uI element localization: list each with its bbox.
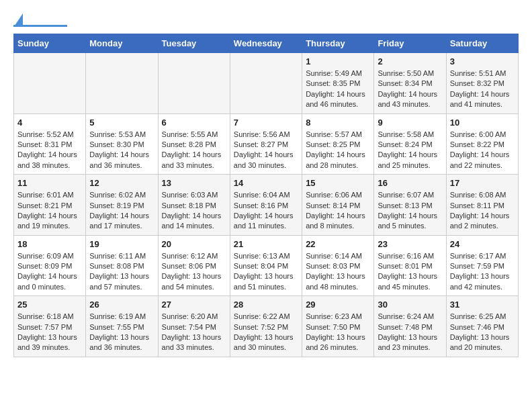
day-number: 17 [450, 178, 515, 188]
day-number: 3 [450, 56, 515, 66]
calendar-cell: 16Sunrise: 6:07 AM Sunset: 8:13 PM Dayli… [374, 175, 446, 236]
calendar-cell [86, 53, 158, 114]
cell-content: Sunrise: 6:09 AM Sunset: 8:09 PM Dayligh… [17, 251, 82, 293]
day-header-thursday: Thursday [302, 34, 374, 53]
day-number: 2 [378, 56, 442, 66]
calendar-week-row: 4Sunrise: 5:52 AM Sunset: 8:31 PM Daylig… [14, 113, 519, 175]
cell-content: Sunrise: 6:00 AM Sunset: 8:22 PM Dayligh… [450, 130, 515, 171]
cell-content: Sunrise: 5:52 AM Sunset: 8:31 PM Dayligh… [17, 130, 82, 171]
header [13, 13, 519, 27]
day-number: 29 [306, 300, 370, 310]
calendar-cell: 29Sunrise: 6:23 AM Sunset: 7:50 PM Dayli… [302, 296, 374, 357]
cell-content: Sunrise: 6:11 AM Sunset: 8:08 PM Dayligh… [89, 251, 154, 293]
day-header-friday: Friday [374, 34, 446, 53]
calendar-cell: 10Sunrise: 6:00 AM Sunset: 8:22 PM Dayli… [446, 113, 518, 175]
logo-line [13, 25, 67, 27]
day-number: 11 [17, 178, 82, 188]
calendar-cell: 24Sunrise: 6:17 AM Sunset: 7:59 PM Dayli… [446, 235, 518, 296]
cell-content: Sunrise: 6:19 AM Sunset: 7:55 PM Dayligh… [89, 312, 154, 353]
day-number: 21 [234, 239, 298, 249]
day-number: 8 [306, 118, 370, 128]
day-header-saturday: Saturday [446, 34, 518, 53]
calendar-cell [230, 53, 302, 114]
calendar-cell: 12Sunrise: 6:02 AM Sunset: 8:19 PM Dayli… [86, 175, 158, 236]
cell-content: Sunrise: 5:57 AM Sunset: 8:25 PM Dayligh… [306, 130, 370, 171]
cell-content: Sunrise: 6:16 AM Sunset: 8:01 PM Dayligh… [378, 251, 442, 293]
day-number: 16 [378, 178, 442, 188]
cell-content: Sunrise: 6:24 AM Sunset: 7:48 PM Dayligh… [378, 312, 442, 353]
calendar-cell: 13Sunrise: 6:03 AM Sunset: 8:18 PM Dayli… [158, 175, 230, 236]
cell-content: Sunrise: 6:03 AM Sunset: 8:18 PM Dayligh… [162, 190, 226, 232]
calendar-cell: 30Sunrise: 6:24 AM Sunset: 7:48 PM Dayli… [374, 296, 446, 357]
day-number: 25 [17, 300, 82, 310]
day-number: 19 [89, 239, 154, 249]
calendar-cell [158, 53, 230, 114]
calendar-cell: 19Sunrise: 6:11 AM Sunset: 8:08 PM Dayli… [86, 235, 158, 296]
day-number: 23 [378, 239, 442, 249]
day-number: 1 [306, 56, 370, 66]
calendar-cell [14, 53, 86, 114]
calendar-cell: 23Sunrise: 6:16 AM Sunset: 8:01 PM Dayli… [374, 235, 446, 296]
day-header-sunday: Sunday [14, 34, 86, 53]
calendar-cell: 1Sunrise: 5:49 AM Sunset: 8:35 PM Daylig… [302, 53, 374, 114]
cell-content: Sunrise: 6:06 AM Sunset: 8:14 PM Dayligh… [306, 190, 370, 232]
cell-content: Sunrise: 5:49 AM Sunset: 8:35 PM Dayligh… [306, 68, 370, 110]
day-number: 5 [89, 118, 154, 128]
cell-content: Sunrise: 5:56 AM Sunset: 8:27 PM Dayligh… [234, 130, 298, 171]
calendar-week-row: 25Sunrise: 6:18 AM Sunset: 7:57 PM Dayli… [14, 296, 519, 357]
day-number: 6 [162, 118, 226, 128]
calendar-cell: 6Sunrise: 5:55 AM Sunset: 8:28 PM Daylig… [158, 113, 230, 175]
cell-content: Sunrise: 5:51 AM Sunset: 8:32 PM Dayligh… [450, 68, 515, 110]
calendar-cell: 4Sunrise: 5:52 AM Sunset: 8:31 PM Daylig… [14, 113, 86, 175]
calendar-week-row: 11Sunrise: 6:01 AM Sunset: 8:21 PM Dayli… [14, 175, 519, 236]
cell-content: Sunrise: 6:08 AM Sunset: 8:11 PM Dayligh… [450, 190, 515, 232]
calendar-cell: 9Sunrise: 5:58 AM Sunset: 8:24 PM Daylig… [374, 113, 446, 175]
day-number: 26 [89, 300, 154, 310]
cell-content: Sunrise: 6:13 AM Sunset: 8:04 PM Dayligh… [234, 251, 298, 293]
cell-content: Sunrise: 6:12 AM Sunset: 8:06 PM Dayligh… [162, 251, 226, 293]
calendar-cell: 22Sunrise: 6:14 AM Sunset: 8:03 PM Dayli… [302, 235, 374, 296]
day-number: 10 [450, 118, 515, 128]
day-number: 4 [17, 118, 82, 128]
calendar-cell: 18Sunrise: 6:09 AM Sunset: 8:09 PM Dayli… [14, 235, 86, 296]
cell-content: Sunrise: 6:25 AM Sunset: 7:46 PM Dayligh… [450, 312, 515, 353]
day-number: 15 [306, 178, 370, 188]
cell-content: Sunrise: 6:17 AM Sunset: 7:59 PM Dayligh… [450, 251, 515, 293]
calendar-cell: 31Sunrise: 6:25 AM Sunset: 7:46 PM Dayli… [446, 296, 518, 357]
cell-content: Sunrise: 6:07 AM Sunset: 8:13 PM Dayligh… [378, 190, 442, 232]
calendar-cell: 20Sunrise: 6:12 AM Sunset: 8:06 PM Dayli… [158, 235, 230, 296]
cell-content: Sunrise: 5:50 AM Sunset: 8:34 PM Dayligh… [378, 68, 442, 110]
day-number: 24 [450, 239, 515, 249]
calendar-cell: 21Sunrise: 6:13 AM Sunset: 8:04 PM Dayli… [230, 235, 302, 296]
day-number: 31 [450, 300, 515, 310]
calendar-cell: 26Sunrise: 6:19 AM Sunset: 7:55 PM Dayli… [86, 296, 158, 357]
day-number: 14 [234, 178, 298, 188]
cell-content: Sunrise: 6:14 AM Sunset: 8:03 PM Dayligh… [306, 251, 370, 293]
calendar-cell: 17Sunrise: 6:08 AM Sunset: 8:11 PM Dayli… [446, 175, 518, 236]
cell-content: Sunrise: 6:01 AM Sunset: 8:21 PM Dayligh… [17, 190, 82, 232]
day-number: 7 [234, 118, 298, 128]
cell-content: Sunrise: 6:04 AM Sunset: 8:16 PM Dayligh… [234, 190, 298, 232]
calendar-cell: 27Sunrise: 6:20 AM Sunset: 7:54 PM Dayli… [158, 296, 230, 357]
cell-content: Sunrise: 6:23 AM Sunset: 7:50 PM Dayligh… [306, 312, 370, 353]
cell-content: Sunrise: 5:58 AM Sunset: 8:24 PM Dayligh… [378, 130, 442, 171]
calendar-cell: 5Sunrise: 5:53 AM Sunset: 8:30 PM Daylig… [86, 113, 158, 175]
calendar-cell: 28Sunrise: 6:22 AM Sunset: 7:52 PM Dayli… [230, 296, 302, 357]
cell-content: Sunrise: 5:53 AM Sunset: 8:30 PM Dayligh… [89, 130, 154, 171]
cell-content: Sunrise: 6:20 AM Sunset: 7:54 PM Dayligh… [162, 312, 226, 353]
day-number: 22 [306, 239, 370, 249]
cell-content: Sunrise: 6:02 AM Sunset: 8:19 PM Dayligh… [89, 190, 154, 232]
calendar-cell: 15Sunrise: 6:06 AM Sunset: 8:14 PM Dayli… [302, 175, 374, 236]
calendar-week-row: 18Sunrise: 6:09 AM Sunset: 8:09 PM Dayli… [14, 235, 519, 296]
day-number: 27 [162, 300, 226, 310]
day-number: 18 [17, 239, 82, 249]
day-number: 13 [162, 178, 226, 188]
day-header-monday: Monday [86, 34, 158, 53]
cell-content: Sunrise: 5:55 AM Sunset: 8:28 PM Dayligh… [162, 130, 226, 171]
day-number: 12 [89, 178, 154, 188]
day-number: 30 [378, 300, 442, 310]
calendar-cell: 8Sunrise: 5:57 AM Sunset: 8:25 PM Daylig… [302, 113, 374, 175]
calendar-table: SundayMondayTuesdayWednesdayThursdayFrid… [13, 34, 519, 357]
calendar-cell: 14Sunrise: 6:04 AM Sunset: 8:16 PM Dayli… [230, 175, 302, 236]
calendar-header-row: SundayMondayTuesdayWednesdayThursdayFrid… [14, 34, 519, 53]
